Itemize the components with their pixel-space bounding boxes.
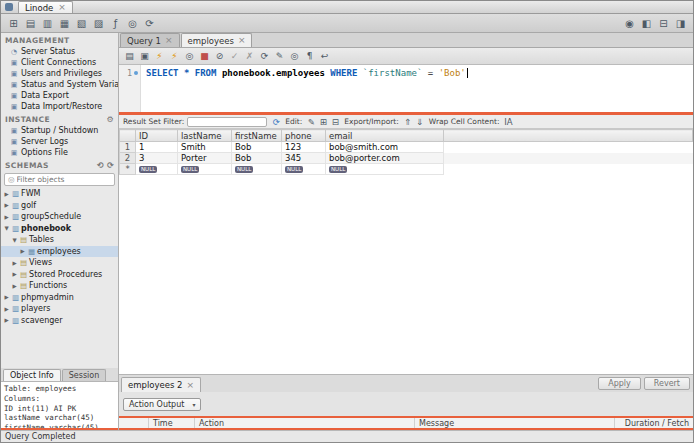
sql-statement[interactable]: SELECT * FROM phonebook.employees WHERE … [146, 68, 693, 79]
sidebar-item-client-connections[interactable]: ▣Client Connections [1, 57, 118, 68]
grid-cell[interactable]: 123 [282, 142, 326, 153]
tree-item-fwm[interactable]: ▶▥FWM [1, 188, 118, 200]
save-script-icon[interactable]: ▣ [138, 50, 151, 63]
revert-button[interactable]: Revert [644, 377, 690, 390]
column-header-firstname[interactable]: firstName [232, 130, 282, 142]
row-number-column-header[interactable] [120, 130, 136, 142]
import-records-icon[interactable]: ⇓ [414, 116, 426, 128]
tree-item-functions[interactable]: ▶▤Functions [1, 280, 118, 292]
execute-current-statement-icon[interactable]: ⚡ [168, 50, 181, 63]
code-area[interactable]: SELECT * FROM phonebook.employees WHERE … [141, 65, 693, 112]
grid-cell[interactable]: Porter [178, 153, 232, 164]
tree-item-tables[interactable]: ▼▤Tables [1, 234, 118, 246]
grid-cell[interactable]: NULL [282, 164, 326, 175]
stop-icon[interactable]: ■ [198, 50, 211, 63]
schema-filter[interactable]: ◎ [4, 173, 115, 186]
open-sql-script-icon[interactable]: ▤ [23, 16, 38, 31]
close-tab-icon[interactable]: × [238, 36, 246, 45]
create-procedure-icon[interactable]: ▨ [91, 16, 106, 31]
create-view-icon[interactable]: ▧ [74, 16, 89, 31]
wrap-text-icon[interactable]: ↩ [318, 50, 331, 63]
sidebar-item-startup-shutdown[interactable]: ▣Startup / Shutdown [1, 125, 118, 136]
execute-icon[interactable]: ⚡ [153, 50, 166, 63]
grid-cell[interactable]: Bob [232, 153, 282, 164]
schema-filter-input[interactable] [17, 175, 111, 184]
chevron-collapsed-icon[interactable]: ▶ [3, 306, 10, 312]
grid-cell[interactable]: Bob [232, 142, 282, 153]
column-header-lastname[interactable]: lastName [178, 130, 232, 142]
chevron-collapsed-icon[interactable]: ▶ [3, 317, 10, 323]
instance-config-icon[interactable]: ⚙ [106, 115, 114, 124]
toggle-sidebar-icon[interactable]: ◧ [639, 16, 654, 31]
insert-row-icon[interactable]: ⊞ [317, 116, 329, 128]
connection-tab[interactable]: Linode × [18, 1, 73, 13]
tree-item-players[interactable]: ▶▥players [1, 303, 118, 315]
sidebar-item-data-import-restore[interactable]: ▣Data Import/Restore [1, 101, 118, 112]
create-schema-icon[interactable]: ▥ [40, 16, 55, 31]
grid-cell[interactable]: NULL [136, 164, 178, 175]
grid-cell[interactable]: 3 [136, 153, 178, 164]
status-circle-icon[interactable]: ◉ [622, 16, 637, 31]
export-recordset-icon[interactable]: ⇑ [402, 116, 414, 128]
query-tab-query-1[interactable]: Query 1× [120, 33, 180, 47]
stop-on-error-icon[interactable]: ⊘ [213, 50, 226, 63]
open-file-icon[interactable]: ▤ [123, 50, 136, 63]
tree-item-phpmyadmin[interactable]: ▶▥phpmyadmin [1, 292, 118, 304]
search-data-icon[interactable]: ◎ [125, 16, 140, 31]
toggle-output-area-icon[interactable]: ⊟ [656, 16, 671, 31]
close-tab-icon[interactable]: × [165, 36, 173, 45]
explain-icon[interactable]: ◎ [183, 50, 196, 63]
tree-item-groupschedule[interactable]: ▶▥groupSchedule [1, 211, 118, 223]
grid-cell[interactable]: 345 [282, 153, 326, 164]
output-column-action[interactable]: Action [195, 418, 415, 428]
refresh-grid-icon[interactable]: ⟳ [270, 116, 282, 128]
chevron-collapsed-icon[interactable]: ▶ [11, 260, 18, 266]
output-column-time[interactable]: Time [149, 418, 195, 428]
grid-cell[interactable]: Smith [178, 142, 232, 153]
chevron-collapsed-icon[interactable]: ▶ [3, 214, 10, 220]
schemas-refresh-icon[interactable]: ⟳ [107, 161, 114, 170]
grid-cell[interactable]: NULL [326, 164, 444, 175]
schemas-collapse-icon[interactable]: ⟲ [97, 161, 104, 170]
reconnect-db-icon[interactable]: ⟳ [142, 16, 157, 31]
sidebar-item-users-and-privileges[interactable]: ▣Users and Privileges [1, 68, 118, 79]
column-header-id[interactable]: ID [136, 130, 178, 142]
query-tab-employees[interactable]: employees× [181, 33, 253, 47]
tree-item-stored-procedures[interactable]: ▶▤Stored Procedures [1, 269, 118, 281]
beautify-icon[interactable]: ✎ [273, 50, 286, 63]
tab-object-info[interactable]: Object Info [3, 369, 61, 381]
wrap-cell-content-icon[interactable]: IA [502, 116, 514, 128]
apply-button[interactable]: Apply [598, 377, 641, 390]
sidebar-item-status-and-system-variables[interactable]: ▣Status and System Variables [1, 79, 118, 90]
output-column-message[interactable]: Message [415, 418, 615, 428]
tree-item-views[interactable]: ▶▤Views [1, 257, 118, 269]
delete-row-icon[interactable]: ⊟ [329, 116, 341, 128]
row-header[interactable]: 2 [120, 153, 136, 164]
chevron-expanded-icon[interactable]: ▼ [3, 225, 10, 231]
commit-icon[interactable]: ✓ [228, 50, 241, 63]
column-header-phone[interactable]: phone [282, 130, 326, 142]
find-icon[interactable]: ◎ [288, 50, 301, 63]
rollback-icon[interactable]: ✗ [243, 50, 256, 63]
grid-cell[interactable]: bob@porter.com [326, 153, 444, 164]
new-query-tab-icon[interactable]: ⊞ [6, 16, 21, 31]
chevron-collapsed-icon[interactable]: ▶ [11, 271, 18, 277]
sidebar-item-data-export[interactable]: ▣Data Export [1, 90, 118, 101]
edit-record-icon[interactable]: ✎ [305, 116, 317, 128]
tree-item-scavenger[interactable]: ▶▥scavenger [1, 315, 118, 327]
chevron-collapsed-icon[interactable]: ▶ [19, 248, 26, 254]
output-selector[interactable]: Action Output ▾ [123, 398, 201, 411]
grid-cell[interactable]: bob@smith.com [326, 142, 444, 153]
chevron-collapsed-icon[interactable]: ▶ [3, 202, 10, 208]
invisible-chars-icon[interactable]: ¶ [303, 50, 316, 63]
row-header[interactable]: 1 [120, 142, 136, 153]
sidebar-item-options-file[interactable]: ▣Options File [1, 147, 118, 158]
row-header[interactable]: * [120, 164, 136, 175]
sidebar-item-server-status[interactable]: ◔Server Status [1, 46, 118, 57]
grid-cell[interactable]: NULL [232, 164, 282, 175]
result-tab[interactable]: employees 2 × [121, 377, 201, 392]
tab-session[interactable]: Session [62, 369, 107, 381]
tree-item-golf[interactable]: ▶▥golf [1, 200, 118, 212]
sidebar-item-server-logs[interactable]: ▣Server Logs [1, 136, 118, 147]
output-column-duration-fetch[interactable]: Duration / Fetch [615, 418, 693, 428]
